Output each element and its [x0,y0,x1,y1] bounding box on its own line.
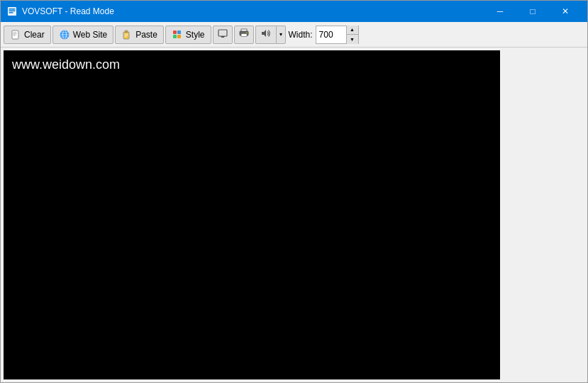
svg-point-25 [246,33,248,34]
toolbar: Clear Web Site [1,22,587,48]
paste-icon [121,29,133,40]
svg-rect-1 [9,9,16,10]
window-controls: ─ □ ✕ [484,1,582,22]
fullscreen-button[interactable] [213,26,233,44]
width-spinner: ▲ ▼ [346,26,358,44]
side-area [500,50,584,379]
svg-rect-18 [125,36,127,37]
paste-button[interactable]: Paste [115,26,164,44]
svg-rect-17 [125,35,128,35]
volume-dropdown-button[interactable]: ▾ [276,26,286,44]
width-input-group: ▲ ▼ [316,26,359,44]
website-label: Web Site [73,30,107,40]
volume-group: ▾ [255,26,286,44]
svg-rect-3 [9,12,13,13]
paste-label: Paste [135,30,157,40]
clear-button[interactable]: Clear [4,26,51,44]
svg-rect-21 [221,37,224,38]
width-input[interactable] [316,26,346,43]
svg-rect-24 [241,34,247,37]
width-increment-button[interactable]: ▲ [347,26,358,35]
print-button[interactable] [234,26,254,44]
svg-rect-7 [13,35,16,35]
clear-icon [10,29,21,40]
svg-rect-5 [13,32,17,33]
chevron-down-icon: ▾ [279,31,282,38]
svg-rect-16 [125,33,128,34]
print-icon [239,28,249,40]
svg-rect-4 [12,30,18,39]
width-group: Width: ▲ ▼ [289,26,359,44]
svg-rect-2 [9,11,16,12]
main-content: www.weidown.com [1,48,587,382]
style-icon [172,29,183,40]
window-title: VOVSOFT - Read Mode [22,6,484,16]
svg-rect-19 [218,30,227,36]
close-button[interactable]: ✕ [549,1,582,22]
svg-rect-20 [221,36,225,37]
width-decrement-button[interactable]: ▼ [347,35,358,44]
clear-label: Clear [24,30,45,40]
svg-rect-15 [125,30,128,33]
volume-button[interactable] [255,26,276,44]
app-window: VOVSOFT - Read Mode ─ □ ✕ Clear [0,0,588,383]
style-label: Style [186,30,205,40]
title-bar: VOVSOFT - Read Mode ─ □ ✕ [1,1,587,22]
fullscreen-icon [218,28,228,40]
website-button[interactable]: Web Site [52,26,113,44]
maximize-button[interactable]: □ [516,1,549,22]
svg-rect-6 [13,33,17,34]
app-icon [6,6,18,17]
svg-marker-26 [262,30,266,37]
minimize-button[interactable]: ─ [484,1,516,22]
web-icon [59,29,70,40]
style-button[interactable]: Style [165,26,211,44]
reading-area[interactable]: www.weidown.com [4,50,500,379]
reading-text: www.weidown.com [12,56,492,74]
volume-icon [260,28,272,40]
width-label: Width: [289,30,313,40]
